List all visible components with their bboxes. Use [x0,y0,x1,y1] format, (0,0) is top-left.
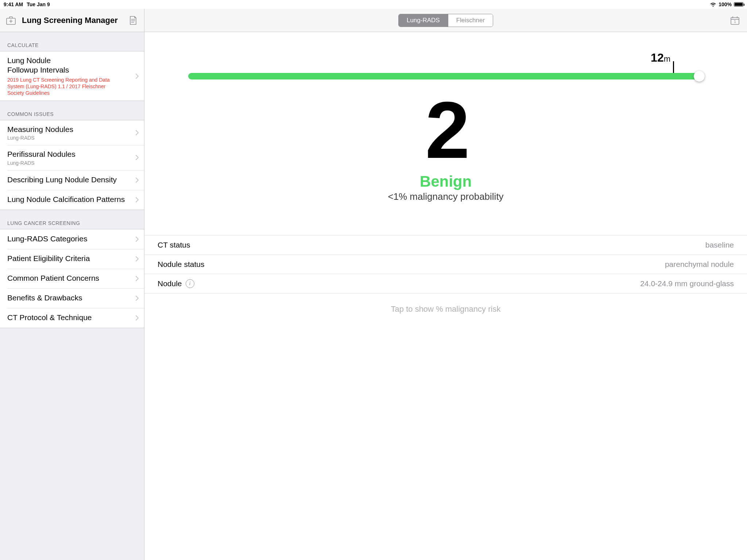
parameter-row[interactable]: Nodule statusparenchymal nodule [144,255,463,274]
sidebar-item[interactable]: Describing Lung Nodule Density [0,170,144,190]
section-header: CALCULATE [0,32,144,51]
status-date: Tue Jan 9 [27,1,50,7]
sidebar-item[interactable]: Lung-RADS Categories [0,229,144,249]
parameter-label: CT status [158,241,190,249]
chevron-right-icon [135,236,139,242]
medkit-icon[interactable] [6,15,16,26]
chevron-right-icon [135,197,139,203]
row-title: Lung NoduleFollowup Intervals [7,56,69,75]
sidebar-item[interactable]: Perifissural NodulesLung-RADS [0,145,144,170]
row-subtitle: Lung-RADS [7,160,35,166]
sidebar: Lung Screening Manager CALCULATELung Nod… [0,9,144,347]
row-title: Lung Nodule Calcification Patterns [7,195,125,204]
parameters-list: CT statusbaselineNodule statusparenchyma… [144,235,463,293]
chevron-right-icon [135,295,139,301]
row-title: Patient Eligibility Criteria [7,254,90,263]
sidebar-item[interactable]: CT Protocol & Technique [0,308,144,328]
chevron-right-icon [135,73,139,79]
row-title: Lung-RADS Categories [7,234,87,244]
sidebar-item[interactable]: Measuring NodulesLung-RADS [0,120,144,145]
section-header: COMMON ISSUES [0,101,144,120]
row-subtitle: Lung-RADS [7,135,35,141]
section-header: LUNG CANCER SCREENING [0,210,144,229]
info-icon[interactable]: i [186,279,194,288]
parameter-label: Nodule status [158,260,204,269]
sidebar-item[interactable]: Lung Nodule Calcification Patterns [0,190,144,210]
row-title: Measuring Nodules [7,125,73,134]
chevron-right-icon [135,276,139,281]
parameter-label: Nodulei [158,279,194,288]
lungrads-category-number: 2 [144,94,463,166]
malignancy-probability: <1% malignancy probability [144,191,463,202]
chevron-right-icon [135,315,139,321]
row-title: CT Protocol & Technique [7,313,92,322]
status-time: 9:41 AM [4,1,23,7]
parameter-row[interactable]: Nodulei24.0-24.9 mm ground-glass [144,274,463,293]
chevron-right-icon [135,177,139,183]
result-label: Benign [144,173,463,190]
segment-fleischner[interactable]: Fleischner [448,14,463,27]
sidebar-item[interactable]: Patient Eligibility Criteria [0,249,144,269]
row-title: Benefits & Drawbacks [7,293,82,303]
row-title: Common Patient Concerns [7,273,99,283]
row-title: Perifissural Nodules [7,149,76,159]
sidebar-item[interactable]: Common Patient Concerns [0,269,144,288]
followup-slider[interactable] [188,73,463,79]
chevron-right-icon [135,130,139,136]
malignancy-risk-hint[interactable]: Tap to show % malignancy risk [144,304,463,314]
row-subtitle: 2019 Lung CT Screening Reporting and Dat… [7,77,120,97]
app-title: Lung Screening Manager [22,16,122,25]
detail-pane: Lung-RADS Fleischner 1 12m 2 Benign <1% [144,9,463,347]
detail-nav: Lung-RADS Fleischner 1 [144,9,463,32]
chevron-right-icon [135,256,139,262]
segment-lung-rads[interactable]: Lung-RADS [399,14,448,27]
sidebar-item[interactable]: Benefits & Drawbacks [0,288,144,308]
sidebar-header: Lung Screening Manager [0,9,144,32]
sidebar-item[interactable]: Lung NoduleFollowup Intervals2019 Lung C… [0,51,144,101]
segmented-control[interactable]: Lung-RADS Fleischner [398,14,463,27]
parameter-row[interactable]: CT statusbaseline [144,236,463,255]
row-title: Describing Lung Nodule Density [7,175,117,184]
chevron-right-icon [135,155,139,160]
document-icon[interactable] [128,15,138,26]
status-bar: 9:41 AM Tue Jan 9 100% [0,0,463,9]
